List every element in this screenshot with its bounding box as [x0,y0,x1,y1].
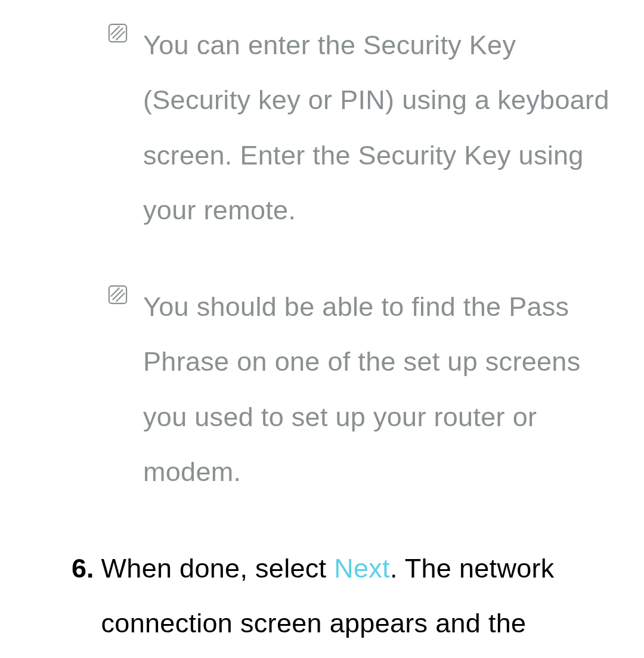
note-icon [107,23,128,44]
step-prefix: When done, select [101,553,335,583]
step-item-6: 6. When done, select Next. The network c… [72,541,626,658]
document-page: You can enter the Security Key (Security… [0,0,644,658]
note-text: You can enter the Security Key (Security… [143,18,626,238]
step-number: 6. [72,541,94,596]
note-item-2: You should be able to find the Pass Phra… [72,280,626,499]
note-item-1: You can enter the Security Key (Security… [72,18,626,238]
svg-line-1 [113,28,123,39]
note-text: You should be able to find the Pass Phra… [143,280,626,499]
next-highlight: Next [334,553,390,583]
step-text: When done, select Next. The network conn… [101,541,626,658]
note-icon [107,284,128,305]
svg-line-5 [113,290,123,300]
